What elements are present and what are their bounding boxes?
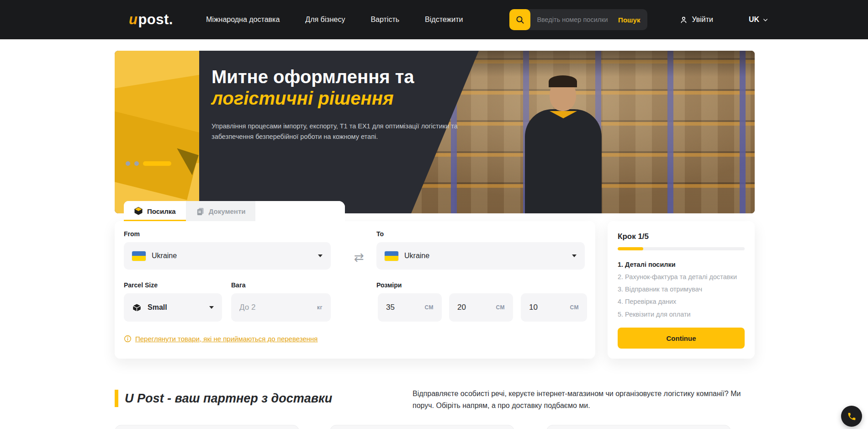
hero-description: Управління процесами імпорту, експорту, … xyxy=(212,121,460,142)
top-navbar: upost. Міжнародна доставка Для бізнесу В… xyxy=(0,0,868,39)
step-item-1: 1. Деталі посилки xyxy=(618,260,745,269)
tab-documents-label: Документи xyxy=(209,207,246,215)
hero-title-line2: логістичні рішення xyxy=(212,88,467,109)
caret-down-icon xyxy=(318,254,323,257)
page: upost. Міжнародна доставка Для бізнесу В… xyxy=(0,0,868,429)
intro-heading-block: U Post - ваш партнер з доставки xyxy=(115,390,332,407)
carousel-dot-1[interactable] xyxy=(126,161,130,166)
hero-text-block: Митне оформлення та логістичні рішення У… xyxy=(212,66,467,142)
parcel-size-select[interactable]: Small xyxy=(124,293,222,322)
nav-item-international-delivery[interactable]: Міжнародна доставка xyxy=(206,16,280,24)
continue-button[interactable]: Continue xyxy=(618,328,745,349)
language-selector[interactable]: UK xyxy=(749,16,768,24)
caret-down-icon xyxy=(209,306,214,309)
from-country-select[interactable]: Ukraine xyxy=(124,242,331,270)
steps-progress-track xyxy=(618,247,745,250)
search-submit-button[interactable]: Пошук xyxy=(611,16,647,24)
dimension-width-input[interactable] xyxy=(457,303,481,312)
logo-text: post. xyxy=(138,11,173,27)
dimension-length-field: СМ xyxy=(378,293,442,322)
search-icon-button[interactable] xyxy=(509,9,530,30)
nav-item-track[interactable]: Відстежити xyxy=(425,16,463,24)
caret-down-icon xyxy=(572,254,577,257)
carousel-dot-active[interactable] xyxy=(143,161,171,166)
ukraine-flag-icon xyxy=(132,251,146,261)
dimension-length-input[interactable] xyxy=(386,303,410,312)
nav-item-pricing[interactable]: Вартість xyxy=(370,16,399,24)
tabs-filler xyxy=(255,201,345,221)
documents-icon xyxy=(196,207,205,216)
checkout-steps-card: Крок 1/5 1. Деталі посилки 2. Рахунок-фа… xyxy=(608,221,755,359)
tab-documents[interactable]: Документи xyxy=(186,201,256,221)
hero-title-line1: Митне оформлення та xyxy=(212,66,467,88)
carousel-indicators xyxy=(126,161,171,166)
weight-field: кг xyxy=(231,293,331,322)
to-country-value: Ukraine xyxy=(404,252,429,260)
parcel-form-card: From Ukraine ⇄ To Ukraine Parcel Size Sm… xyxy=(115,221,595,359)
to-country-select[interactable]: Ukraine xyxy=(376,242,585,270)
intro-title: U Post - ваш партнер з доставки xyxy=(125,392,332,406)
swap-directions-button[interactable]: ⇄ xyxy=(349,249,370,265)
parcel-size-label: Parcel Size xyxy=(124,281,158,289)
main-nav: Міжнародна доставка Для бізнесу Вартість… xyxy=(206,16,463,24)
user-icon xyxy=(679,16,688,24)
tab-parcel[interactable]: Посилка xyxy=(124,201,186,221)
to-label: To xyxy=(376,230,384,238)
login-button[interactable]: Увійти xyxy=(679,16,713,24)
contact-phone-button[interactable] xyxy=(841,406,862,427)
search-input[interactable] xyxy=(537,16,611,23)
parcel-box-icon xyxy=(134,207,143,216)
parcel-size-box-icon xyxy=(132,303,142,312)
info-icon xyxy=(124,335,132,343)
parcel-size-value: Small xyxy=(148,303,167,312)
tracking-search: Пошук xyxy=(509,9,647,30)
card-stub-3 xyxy=(546,425,731,429)
search-icon xyxy=(515,15,525,25)
ukraine-flag-icon xyxy=(385,251,398,261)
carousel-dot-2[interactable] xyxy=(134,161,139,166)
dimension-height-input[interactable] xyxy=(529,303,553,312)
steps-progress-fill xyxy=(618,247,643,250)
phone-icon xyxy=(847,412,857,421)
dimension-length-unit: СМ xyxy=(424,304,434,311)
card-stub-2 xyxy=(330,425,514,429)
step-item-5: 5. Реквізити для оплати xyxy=(618,310,745,318)
tab-parcel-label: Посилка xyxy=(147,207,176,215)
weight-label: Вага xyxy=(231,281,246,289)
shipment-type-tabs: Посилка Документи xyxy=(124,201,345,221)
language-current: UK xyxy=(749,16,759,24)
restricted-items-link-row: Переглянути товари, які не приймаються д… xyxy=(124,335,318,343)
login-label: Увійти xyxy=(692,16,713,24)
dimensions-label: Розміри xyxy=(376,281,402,289)
from-country-value: Ukraine xyxy=(152,252,177,260)
weight-unit-label: кг xyxy=(317,304,323,311)
card-stub-1 xyxy=(115,425,299,429)
dimension-height-field: СМ xyxy=(521,293,587,322)
heading-accent-bar xyxy=(115,390,118,407)
hero-banner: Митне оформлення та логістичні рішення У… xyxy=(115,51,755,213)
from-label: From xyxy=(124,230,140,238)
dimension-width-unit: СМ xyxy=(496,304,505,311)
step-item-3: 3. Відправник та отримувач xyxy=(618,285,745,293)
dimension-width-field: СМ xyxy=(449,293,513,322)
dimension-height-unit: СМ xyxy=(570,304,579,311)
logo-accent: u xyxy=(129,11,138,27)
nav-item-for-business[interactable]: Для бізнесу xyxy=(305,16,345,24)
intro-text: Відправляєте особисті речі, керуєте інте… xyxy=(413,388,755,412)
restricted-items-link[interactable]: Переглянути товари, які не приймаються д… xyxy=(135,335,318,343)
brand-logo[interactable]: upost. xyxy=(129,11,173,28)
chevron-down-icon xyxy=(762,17,768,23)
steps-title: Крок 1/5 xyxy=(618,232,745,241)
step-item-2: 2. Рахунок-фактура та деталі доставки xyxy=(618,273,745,281)
step-item-4: 4. Перевірка даних xyxy=(618,297,745,306)
weight-input[interactable] xyxy=(239,303,271,312)
steps-list: 1. Деталі посилки 2. Рахунок-фактура та … xyxy=(618,260,745,318)
